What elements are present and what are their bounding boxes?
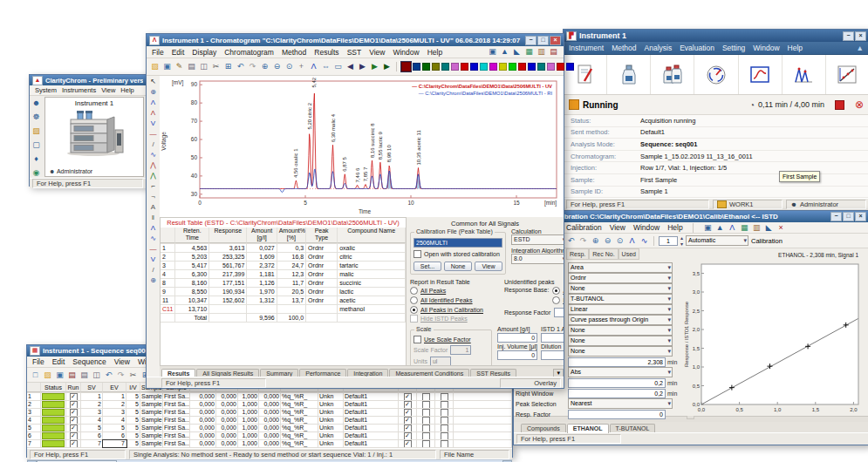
sequence-checkbox[interactable]	[422, 401, 430, 408]
sequence-row[interactable]: 2✓225Sample 1First Sa...0,0000,0001,0000…	[27, 401, 512, 409]
curve-tool-icon[interactable]: ∿	[148, 234, 158, 243]
cut-icon[interactable]: ✂	[128, 370, 138, 380]
method-window-icon[interactable]: ▥	[537, 47, 546, 57]
result-table-row[interactable]: 98,550190,9341,97020,5Ordnrlactic	[161, 288, 406, 296]
run-checkbox[interactable]: ✓	[70, 440, 78, 447]
close-button[interactable]: ×	[855, 212, 866, 221]
method-window-icon[interactable]: ▥	[752, 223, 762, 233]
report-option-radio[interactable]: All Identified Peaks	[410, 296, 499, 304]
end-mark-tool-icon[interactable]: ¬	[148, 193, 158, 201]
use-scale-factor-checkbox[interactable]	[413, 336, 421, 343]
redo-icon[interactable]: ↷	[248, 62, 257, 71]
property-select[interactable]: None	[568, 325, 673, 336]
close-icon[interactable]: ×	[776, 223, 786, 233]
curve-tool-icon[interactable]: ∿	[639, 236, 649, 246]
signal-color-swatch[interactable]	[401, 62, 411, 71]
new-icon[interactable]: □	[31, 370, 40, 380]
zoom-all-icon[interactable]: ⊙	[615, 236, 625, 246]
ruler-tool-icon[interactable]: ‖	[148, 214, 158, 222]
baseline-tool-icon[interactable]: —	[148, 245, 158, 254]
slope-tool-icon[interactable]: /	[148, 266, 158, 275]
menu-item-help[interactable]: Help	[788, 44, 803, 52]
signal-color-swatch[interactable]	[537, 63, 545, 71]
result-table[interactable]: Reten. Time [min]ResponseAmount [g/l]Amo…	[161, 228, 406, 323]
sequence-checkbox[interactable]: ✓	[404, 409, 412, 416]
sequence-checkbox[interactable]: ✓	[404, 425, 412, 431]
zoom-in-icon[interactable]: ⊕	[591, 236, 600, 246]
open-folder-icon[interactable]: ▨	[150, 62, 160, 71]
sequence-checkbox[interactable]	[422, 393, 430, 400]
set-button[interactable]: Set...	[413, 262, 441, 271]
open-folder-icon[interactable]: ▨	[43, 370, 52, 380]
menu-item-window[interactable]: Window	[753, 44, 779, 52]
chromatogram-plot[interactable]: 30405060708090051015[mV][min]TimeVoltage…	[160, 76, 564, 217]
menu-item-calibration[interactable]: Calibration	[566, 223, 602, 232]
result-column-header[interactable]: Reten. Time [min]	[175, 228, 209, 243]
sequence-checkbox[interactable]	[441, 425, 448, 431]
label-tool-icon[interactable]: A	[148, 203, 158, 212]
sequence-checkbox[interactable]	[422, 417, 430, 424]
result-table-row[interactable]: 14,5633,6130,0270,3Ordnroxalic	[161, 244, 406, 253]
signal-color-swatch[interactable]	[422, 63, 430, 71]
grid-header-resp[interactable]: Resp.	[566, 248, 589, 260]
about-icon[interactable]: ◉	[31, 168, 41, 178]
inj-volume-input[interactable]: 0	[497, 350, 537, 360]
menu-item-view[interactable]: View	[369, 48, 385, 57]
redo-icon[interactable]: ↷	[116, 370, 126, 380]
menu-item-help[interactable]: Help	[427, 48, 442, 57]
chromatogram-window-icon[interactable]: ▲	[500, 47, 509, 57]
undo-icon[interactable]: ↶	[236, 62, 245, 71]
report-window-icon[interactable]: ▤	[549, 47, 558, 57]
response-base-radio[interactable]: Area	[552, 287, 564, 295]
sequence-checkbox[interactable]	[422, 425, 430, 431]
property-select[interactable]: T-BUTANOL	[568, 294, 673, 304]
sequence-checkbox[interactable]	[422, 440, 430, 447]
data-acquisition-icon[interactable]	[739, 55, 783, 94]
zoom-in-icon[interactable]: ⊕	[260, 62, 270, 71]
amount-input[interactable]: 0	[497, 333, 537, 343]
menu-item-sst[interactable]: SST	[347, 48, 362, 57]
sequence-column-header[interactable]: Status	[41, 383, 66, 392]
result-table-row[interactable]: C1113,710methanol	[161, 305, 406, 314]
curve-tool-icon[interactable]: ∿	[148, 151, 158, 160]
prev-icon[interactable]: ◀	[345, 62, 355, 71]
cut-icon[interactable]: ✂	[211, 62, 221, 71]
sequence-checkbox[interactable]	[422, 409, 430, 416]
start-mark-tool-icon[interactable]: ⌐	[148, 182, 158, 191]
zoom-all-icon[interactable]: ⊙	[284, 62, 294, 71]
sequence-checkbox[interactable]	[441, 401, 448, 408]
baseline-tool-icon[interactable]: —	[148, 130, 158, 139]
cursor-tool-icon[interactable]: ↖	[148, 78, 158, 86]
abort-icon[interactable]: ⊗	[855, 99, 864, 110]
run-checkbox[interactable]: ✓	[70, 432, 78, 439]
sequence-row[interactable]: 5✓555Sample 1First Sa...0,0000,0001,0000…	[27, 425, 512, 432]
sequence-checkbox[interactable]	[441, 432, 448, 439]
signal-color-swatch[interactable]	[518, 63, 526, 71]
chromatogram-icon[interactable]	[783, 55, 826, 94]
menu-item-help[interactable]: Help	[667, 223, 682, 232]
peak-tool-icon[interactable]: Λ	[148, 99, 158, 107]
grid-header-used[interactable]: Used	[619, 248, 639, 260]
report-icon[interactable]: ▤	[67, 370, 77, 380]
menu-item-method[interactable]: Method	[282, 48, 306, 57]
project-badge[interactable]: WORK1	[713, 200, 783, 209]
peaks-icon[interactable]: Λ	[627, 236, 637, 246]
calibration-icon[interactable]	[826, 55, 868, 94]
zoom-tool-icon[interactable]: ⊕	[148, 88, 158, 97]
preview-icon[interactable]: ◫	[199, 62, 208, 71]
sequence-column-header[interactable]: Run	[66, 383, 81, 392]
signal-color-swatch[interactable]	[470, 63, 478, 71]
save-icon[interactable]: ▣	[162, 62, 172, 71]
tools-icon[interactable]: +	[297, 62, 306, 71]
result-column-header[interactable]: Peak Type	[306, 228, 338, 243]
move-icon[interactable]: ⇔	[321, 62, 331, 71]
menu-item-sequence[interactable]: Sequence	[72, 357, 106, 366]
sequence-row[interactable]: 4✓445Sample 1First Sa...0,0000,0001,0000…	[27, 417, 512, 425]
sequence-checkbox[interactable]	[441, 417, 448, 424]
minimize-button[interactable]: −	[525, 36, 537, 45]
save-icon[interactable]: ▣	[55, 370, 65, 380]
fit-icon[interactable]: ▭	[333, 62, 343, 71]
result-table-row[interactable]: 46,300217,3991,18112,3Ordnrmalic	[161, 270, 406, 279]
sequence-checkbox[interactable]	[422, 432, 430, 439]
slope-tool-icon[interactable]: /	[148, 140, 158, 149]
